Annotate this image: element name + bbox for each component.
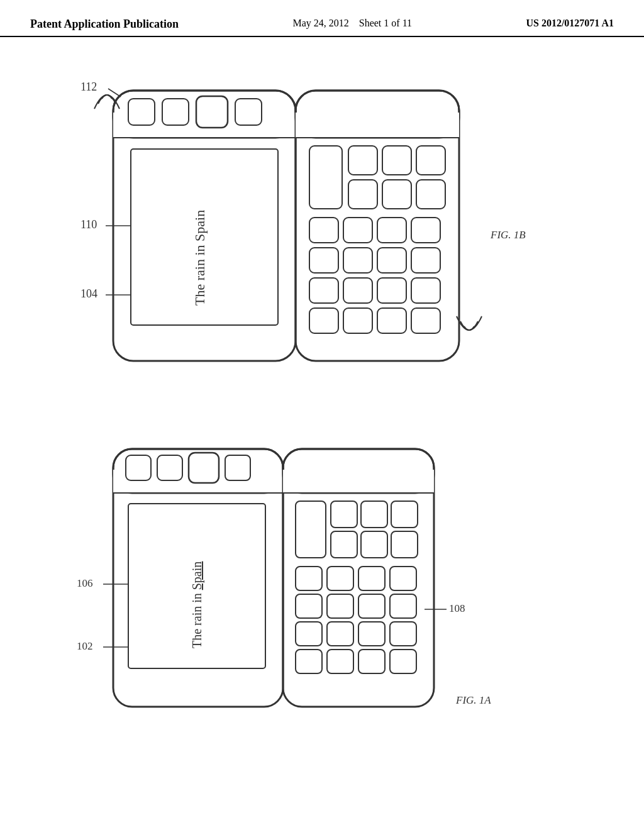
svg-rect-56: [283, 470, 434, 493]
svg-rect-21: [309, 218, 338, 243]
svg-rect-30: [343, 278, 372, 303]
page-header: Patent Application Publication May 24, 2…: [0, 0, 644, 37]
svg-rect-68: [390, 567, 416, 590]
svg-rect-64: [391, 531, 418, 558]
svg-rect-17: [416, 146, 445, 175]
svg-rect-18: [348, 180, 377, 209]
svg-rect-16: [382, 146, 411, 175]
fig1b-drawing: The rain in Spain: [63, 56, 535, 389]
svg-rect-19: [382, 180, 411, 209]
pub-date: May 24, 2012: [292, 18, 348, 28]
publication-title: Patent Application Publication: [30, 18, 179, 31]
svg-rect-76: [390, 622, 416, 646]
svg-rect-73: [296, 622, 322, 646]
svg-text:The rain in Spain: The rain in Spain: [192, 210, 208, 306]
svg-text:FIG. 1B: FIG. 1B: [490, 229, 526, 241]
svg-rect-78: [327, 650, 353, 673]
svg-rect-35: [377, 308, 406, 333]
svg-text:110: 110: [80, 218, 97, 231]
svg-rect-26: [343, 248, 372, 273]
svg-rect-79: [358, 650, 385, 673]
svg-text:108: 108: [449, 602, 465, 614]
svg-rect-65: [296, 567, 322, 590]
svg-rect-70: [327, 594, 353, 618]
svg-text:112: 112: [80, 80, 97, 93]
publication-date-sheet: May 24, 2012 Sheet 1 of 11: [292, 18, 412, 29]
fig1a-drawing: The rain in Spain: [63, 414, 503, 748]
svg-rect-33: [309, 308, 338, 333]
svg-rect-27: [377, 248, 406, 273]
drawing-area: The rain in Spain: [0, 37, 644, 817]
svg-rect-36: [411, 308, 440, 333]
svg-rect-58: [296, 501, 326, 558]
svg-rect-67: [358, 567, 385, 590]
svg-rect-25: [309, 248, 338, 273]
sheet-info: Sheet 1 of 11: [359, 18, 412, 28]
svg-rect-71: [358, 594, 385, 618]
svg-text:104: 104: [80, 287, 97, 300]
svg-rect-32: [411, 278, 440, 303]
svg-text:106: 106: [77, 577, 93, 589]
svg-rect-80: [390, 650, 416, 673]
svg-rect-12: [296, 113, 459, 138]
svg-rect-74: [327, 622, 353, 646]
svg-rect-77: [296, 650, 322, 673]
svg-rect-29: [309, 278, 338, 303]
svg-text:FIG. 1A: FIG. 1A: [455, 694, 491, 706]
svg-rect-63: [361, 531, 387, 558]
svg-rect-62: [331, 531, 357, 558]
svg-rect-34: [343, 308, 372, 333]
svg-rect-72: [390, 594, 416, 618]
svg-rect-24: [411, 218, 440, 243]
svg-rect-69: [296, 594, 322, 618]
svg-text:102: 102: [77, 640, 93, 652]
svg-rect-15: [348, 146, 377, 175]
svg-rect-59: [331, 501, 357, 528]
svg-rect-75: [358, 622, 385, 646]
svg-rect-60: [361, 501, 387, 528]
svg-rect-31: [377, 278, 406, 303]
svg-rect-20: [416, 180, 445, 209]
svg-rect-66: [327, 567, 353, 590]
svg-rect-46: [113, 470, 283, 493]
svg-rect-23: [377, 218, 406, 243]
svg-text:The rain in Spain: The rain in Spain: [190, 562, 204, 648]
svg-rect-22: [343, 218, 372, 243]
svg-rect-61: [391, 501, 418, 528]
svg-rect-28: [411, 248, 440, 273]
publication-number: US 2012/0127071 A1: [526, 18, 614, 29]
svg-rect-14: [309, 146, 342, 209]
